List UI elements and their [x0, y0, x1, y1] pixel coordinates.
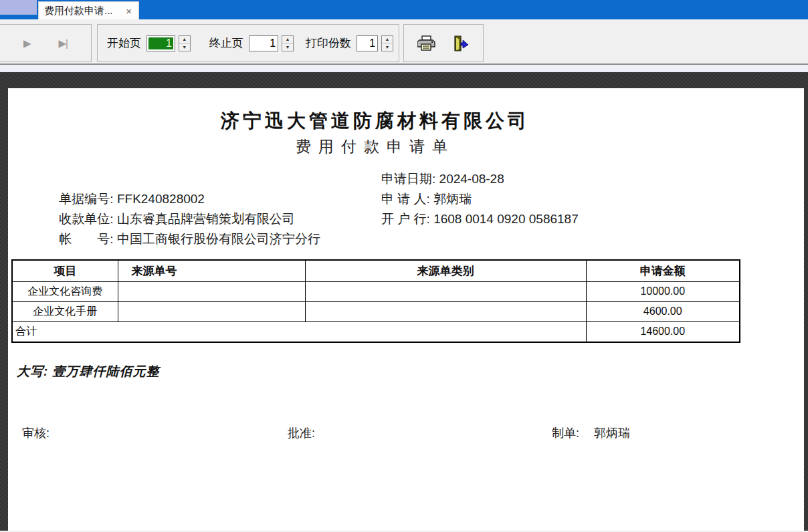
cell-source-type [305, 301, 586, 321]
bank-label: 开 户 行: [381, 212, 433, 226]
cell-item: 企业文化手册 [12, 301, 118, 321]
col-header-source-no: 来源单号 [118, 260, 305, 281]
bank-value: 1608 0014 0920 0586187 [433, 212, 579, 226]
applicant-label: 申 请 人: [381, 192, 433, 206]
apply-date: 申请日期: 2024-08-28 [381, 169, 504, 189]
spin-down-icon[interactable]: ▼ [282, 43, 293, 51]
table-header-row: 项目 来源单号 来源单类别 申请金额 [12, 260, 740, 281]
cell-amount: 10000.00 [586, 281, 740, 301]
company-name: 济宁迅大管道防腐材料有限公司 [11, 108, 739, 134]
cell-item: 企业文化咨询费 [12, 281, 118, 301]
header-fields: 单据编号: FFK240828002 申请日期: 2024-08-28 收款单位… [17, 169, 739, 229]
amount-in-words: 大写: 壹万肆仟陆佰元整 [17, 363, 160, 380]
table-total-row: 合计 14600.00 [12, 321, 740, 342]
end-page-label: 终止页 [205, 35, 246, 51]
tab-close-icon[interactable]: × [124, 6, 133, 16]
print-button[interactable] [415, 32, 438, 55]
preparer-label: 制单: [552, 426, 579, 440]
tab-expense-payment[interactable]: 费用付款申请... × [38, 1, 139, 19]
end-page-input[interactable]: 1 [249, 35, 279, 51]
end-page-stepper[interactable]: ▲ ▼ [282, 35, 294, 51]
next-page-button[interactable]: ▶ [23, 37, 31, 49]
document-page: 济宁迅大管道防腐材料有限公司 费用付款申请单 单据编号: FFK24082800… [8, 88, 804, 531]
spin-down-icon[interactable]: ▼ [382, 43, 393, 51]
start-page-input[interactable]: 1 [146, 35, 175, 51]
actions-group [403, 24, 484, 62]
signature-row: 审核: 批准: 制单:郭炳瑞 [11, 425, 739, 442]
toolbar: ▶ ▶| 开始页 1 ▲ ▼ 终止页 1 ▲ ▼ 打印份数 1 ▲ ▼ [0, 19, 808, 65]
spin-up-icon[interactable]: ▲ [282, 36, 293, 44]
col-header-item: 项目 [12, 260, 118, 281]
tab-title: 费用付款申请... [44, 5, 120, 17]
preparer-value: 郭炳瑞 [594, 426, 630, 440]
col-header-amount: 申请金额 [586, 260, 740, 281]
account-value: 中国工商银行股份有限公司济宁分行 [117, 232, 320, 246]
spin-up-icon[interactable]: ▲ [382, 36, 393, 44]
review-label: 审核: [22, 425, 49, 441]
cell-amount: 4600.00 [586, 301, 740, 321]
table-row: 企业文化手册 4600.00 [12, 301, 740, 321]
spin-down-icon[interactable]: ▼ [179, 43, 190, 51]
document-content: 济宁迅大管道防腐材料有限公司 费用付款申请单 单据编号: FFK24082800… [11, 88, 739, 531]
apply-date-value: 2024-08-28 [439, 172, 504, 186]
total-amount: 14600.00 [586, 321, 740, 342]
copies-label: 打印份数 [302, 35, 354, 51]
exit-button[interactable] [449, 32, 472, 55]
start-page-stepper[interactable]: ▲ ▼ [179, 35, 191, 51]
items-table: 项目 来源单号 来源单类别 申请金额 企业文化咨询费 10000.00 企业文化… [11, 259, 740, 343]
applicant: 申 请 人: 郭炳瑞 [381, 189, 472, 209]
titlebar: 费用付款申请... × [0, 0, 808, 19]
apply-date-label: 申请日期: [381, 172, 439, 186]
info-row: 帐 号: 中国工商银行股份有限公司济宁分行 开 户 行: 1608 0014 0… [17, 209, 739, 229]
cell-source-type [305, 281, 586, 301]
exit-door-icon [451, 35, 470, 52]
page-range-group: 开始页 1 ▲ ▼ 终止页 1 ▲ ▼ 打印份数 1 ▲ ▼ [97, 24, 399, 62]
cell-source-no [118, 281, 305, 301]
print-preview-window: 费用付款申请... × ▶ ▶| 开始页 1 ▲ ▼ 终止页 1 ▲ ▼ 打印份… [0, 0, 808, 532]
preview-area: 济宁迅大管道防腐材料有限公司 费用付款申请单 单据编号: FFK24082800… [0, 72, 808, 531]
form-title: 费用付款申请单 [11, 136, 739, 157]
col-header-source-type: 来源单类别 [305, 260, 586, 281]
printer-icon [417, 35, 436, 52]
preparer: 制单:郭炳瑞 [552, 425, 630, 441]
copies-input[interactable]: 1 [357, 35, 378, 51]
info-row: 收款单位: 山东睿真品牌营销策划有限公司 申 请 人: 郭炳瑞 [17, 189, 739, 209]
cell-source-no [118, 301, 305, 321]
applicant-value: 郭炳瑞 [433, 192, 472, 206]
table-row: 企业文化咨询费 10000.00 [12, 281, 740, 301]
start-page-value: 1 [148, 37, 173, 49]
account-label: 帐 号: [59, 232, 117, 246]
window-corner-block [0, 0, 37, 15]
copies-stepper[interactable]: ▲ ▼ [381, 35, 393, 51]
page-nav-group: ▶ ▶| [0, 24, 92, 62]
spin-up-icon[interactable]: ▲ [179, 36, 190, 44]
start-page-label: 开始页 [103, 35, 144, 51]
info-row: 单据编号: FFK240828002 申请日期: 2024-08-28 [17, 169, 739, 189]
toolbar-divider-strip [0, 65, 808, 72]
bank: 开 户 行: 1608 0014 0920 0586187 [381, 209, 579, 229]
total-label: 合计 [12, 321, 586, 342]
approve-label: 批准: [288, 425, 315, 441]
last-page-button[interactable]: ▶| [59, 37, 68, 49]
